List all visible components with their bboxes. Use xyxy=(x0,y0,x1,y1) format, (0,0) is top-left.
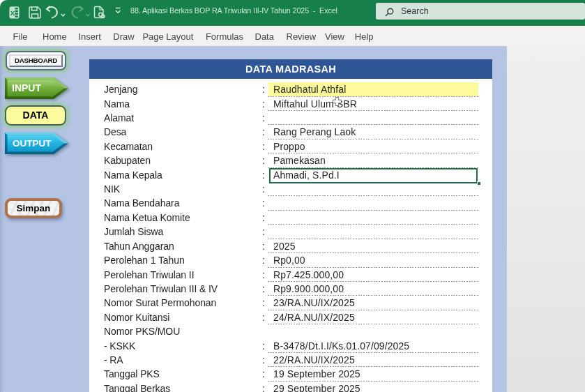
svg-text:X: X xyxy=(10,9,15,17)
